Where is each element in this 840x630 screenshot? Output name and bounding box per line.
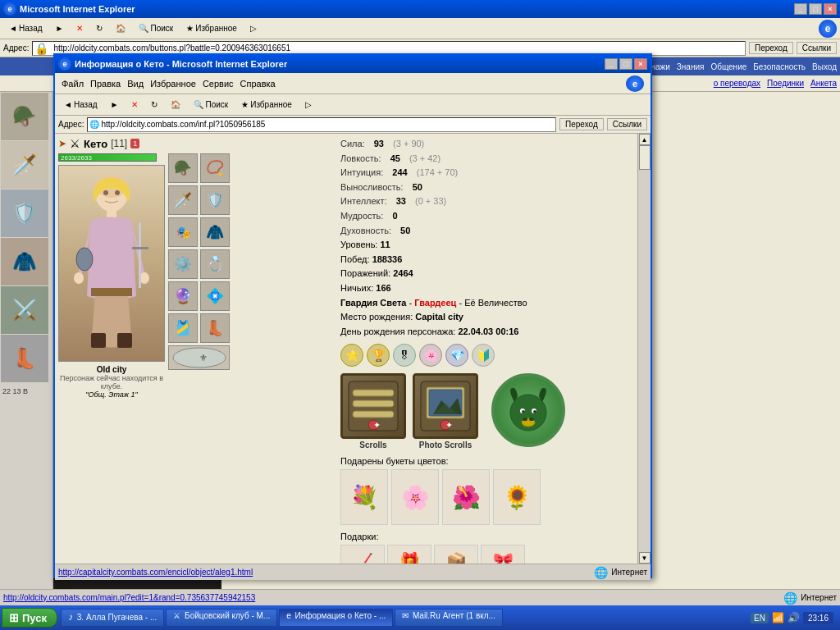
- scrolls-icon[interactable]: ✦: [340, 373, 406, 439]
- address-label: Адрес:: [3, 43, 29, 52]
- favorites-button[interactable]: ★ Избранное: [180, 22, 243, 34]
- tab-translations[interactable]: о переводах: [714, 79, 760, 88]
- equip-slot-1[interactable]: 🪖: [168, 153, 198, 183]
- achievement-3[interactable]: 🎖: [393, 344, 416, 367]
- svg-point-3: [74, 272, 84, 284]
- equipment-slots: 🪖 📿 🗡️ 🛡️ 🎭: [168, 153, 230, 399]
- sidebar-item-1[interactable]: 🪖: [1, 93, 48, 140]
- vertical-scrollbar[interactable]: ▲ ▼: [637, 134, 651, 564]
- maximize-button[interactable]: □: [809, 3, 822, 15]
- gifts-section: Подарки: 🏒 🎁 📦 🎀: [340, 532, 631, 564]
- equip-slot-5[interactable]: 🎭: [168, 217, 198, 247]
- scroll-track[interactable]: [639, 145, 651, 552]
- achievement-6[interactable]: 🔰: [472, 344, 495, 367]
- dialog-minimize[interactable]: _: [605, 58, 618, 70]
- tab-security[interactable]: Безопасность: [753, 62, 806, 71]
- tab-duels[interactable]: Поединки: [767, 79, 804, 88]
- dialog-address-input[interactable]: [101, 120, 554, 129]
- achievement-icons: ⭐ 🏆 🎖 🌸 💎 🔰: [340, 344, 631, 367]
- equip-slot-2[interactable]: 📿: [200, 153, 230, 183]
- flower-3[interactable]: 🌺: [442, 469, 490, 525]
- equip-slot-11[interactable]: 🎽: [168, 313, 198, 343]
- equip-slot-10[interactable]: 💠: [200, 281, 230, 311]
- gift-2[interactable]: 🎁: [387, 545, 431, 564]
- achievement-2[interactable]: 🏆: [367, 344, 390, 367]
- taskbar-btn-1[interactable]: ♪ 3. Алла Пугачева - ...: [61, 609, 164, 627]
- forward-button[interactable]: ►: [50, 22, 70, 34]
- links-button[interactable]: Ссылки: [797, 42, 837, 54]
- taskbar-btn-3[interactable]: e Информация о Кето - ...: [279, 609, 393, 627]
- sidebar-item-icon-3: 🛡️: [12, 202, 37, 225]
- flower-1[interactable]: 💐: [340, 469, 388, 525]
- taskbar-btn-4[interactable]: ✉ Mail.Ru Агент (1 вкл...: [395, 609, 503, 627]
- photo-icon[interactable]: ✦: [413, 373, 478, 439]
- dialog-favorites-btn[interactable]: ★ Избранное: [235, 98, 298, 111]
- dialog-refresh[interactable]: ↻: [145, 98, 163, 111]
- main-status-url[interactable]: http://oldcity.combats.com/main.pl?edit=…: [3, 593, 255, 602]
- scroll-down-btn[interactable]: ▼: [639, 552, 651, 564]
- menu-service[interactable]: Сервис: [203, 79, 234, 89]
- achievement-1[interactable]: ⭐: [340, 344, 363, 367]
- dialog-go-btn[interactable]: Переход: [559, 118, 604, 130]
- menu-file[interactable]: Файл: [62, 79, 84, 89]
- main-window-controls[interactable]: _ □ ×: [794, 3, 837, 15]
- dialog-media[interactable]: ▷: [299, 98, 317, 111]
- go-button[interactable]: Переход: [749, 42, 793, 54]
- dialog-back[interactable]: ◄ Назад: [58, 98, 103, 111]
- scroll-thumb[interactable]: [639, 145, 651, 170]
- menu-view[interactable]: Вид: [127, 79, 144, 89]
- scroll-up-btn[interactable]: ▲: [639, 134, 651, 145]
- sidebar-item-2[interactable]: 🗡️: [1, 141, 48, 189]
- menu-favorites[interactable]: Избранное: [150, 79, 196, 89]
- equip-slot-6[interactable]: 🧥: [200, 217, 230, 247]
- dialog-maximize[interactable]: □: [619, 58, 632, 70]
- dialog-home[interactable]: 🏠: [165, 98, 186, 111]
- gift-4[interactable]: 🎀: [481, 545, 525, 564]
- sidebar-item-5[interactable]: ⚔️: [1, 286, 48, 334]
- char-guild: Гвардия Света: [340, 298, 406, 308]
- refresh-button[interactable]: ↻: [90, 22, 108, 34]
- gift-1[interactable]: 🏒: [340, 545, 385, 564]
- dialog-address-container[interactable]: 🌐: [87, 117, 556, 132]
- language-indicator[interactable]: EN: [751, 613, 769, 623]
- menu-edit[interactable]: Правка: [90, 79, 121, 89]
- equip-slot-7[interactable]: ⚙️: [168, 249, 198, 279]
- tab-exit[interactable]: Выход: [812, 62, 837, 71]
- achievement-4[interactable]: 🌸: [419, 344, 442, 367]
- taskbar-btn-2[interactable]: ⚔ Бойцовский клуб - М...: [166, 609, 277, 627]
- equip-slot-8[interactable]: 💍: [200, 249, 230, 279]
- sidebar-item-4[interactable]: 🧥: [1, 238, 48, 285]
- minimize-button[interactable]: _: [794, 3, 807, 15]
- tab-knowledge[interactable]: Знания: [677, 62, 705, 71]
- achievement-5[interactable]: 💎: [445, 344, 468, 367]
- status-url[interactable]: http://capitalcity.combats.com/encicl/ob…: [58, 568, 253, 577]
- sidebar-item-3[interactable]: 🛡️: [1, 189, 48, 237]
- dialog-statusbar: http://capitalcity.combats.com/encicl/ob…: [55, 564, 651, 580]
- flower-4[interactable]: 🌻: [493, 469, 541, 525]
- equip-row-5: 🔮 💠: [168, 281, 230, 311]
- dialog-search[interactable]: 🔍 Поиск: [188, 98, 234, 111]
- close-button[interactable]: ×: [824, 3, 837, 15]
- equip-slot-12[interactable]: 👢: [200, 313, 230, 343]
- start-button[interactable]: ⊞ Пуск: [2, 608, 57, 628]
- stop-button[interactable]: ✕: [71, 22, 89, 34]
- tab-questionnaire[interactable]: Анкета: [810, 79, 837, 88]
- dialog-close[interactable]: ×: [634, 58, 647, 70]
- dialog-stop[interactable]: ✕: [126, 98, 144, 111]
- home-button[interactable]: 🏠: [110, 22, 131, 34]
- sidebar-item-6[interactable]: 👢: [1, 335, 48, 382]
- dialog-window-controls[interactable]: _ □ ×: [605, 58, 647, 70]
- back-button[interactable]: ◄ Назад: [3, 22, 48, 34]
- flower-2[interactable]: 🌸: [391, 469, 439, 525]
- search-button[interactable]: 🔍 Поиск: [133, 22, 179, 34]
- equip-slot-4[interactable]: 🛡️: [200, 185, 230, 215]
- gift-3[interactable]: 📦: [434, 545, 478, 564]
- dialog-forward[interactable]: ►: [105, 98, 125, 111]
- tab-communication[interactable]: Общение: [710, 62, 746, 71]
- media-button[interactable]: ▷: [244, 22, 262, 34]
- menu-help[interactable]: Справка: [240, 79, 276, 89]
- clan-icon[interactable]: [491, 373, 565, 447]
- dialog-links-btn[interactable]: Ссылки: [607, 118, 647, 130]
- equip-slot-9[interactable]: 🔮: [168, 281, 198, 311]
- equip-slot-3[interactable]: 🗡️: [168, 185, 198, 215]
